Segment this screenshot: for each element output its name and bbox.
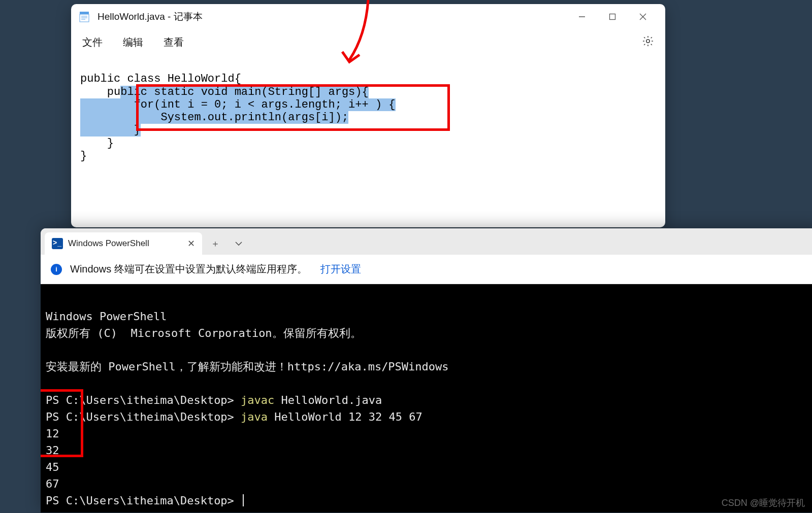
terminal-window: Windows PowerShell ✕ ＋ i Windows 终端可在设置中… <box>41 228 812 512</box>
command: java <box>241 411 268 423</box>
window-controls <box>567 4 658 29</box>
svg-rect-0 <box>80 12 89 14</box>
code-line: public class HelloWorld{ <box>80 73 241 85</box>
output-line: 67 <box>46 477 59 490</box>
terminal-line: 版权所有 (C) Microsoft Corporation。保留所有权利。 <box>46 327 362 339</box>
info-icon: i <box>51 264 62 275</box>
open-settings-link[interactable]: 打开设置 <box>320 262 361 276</box>
tab-close-button[interactable]: ✕ <box>187 238 195 249</box>
new-tab-button[interactable]: ＋ <box>205 232 225 255</box>
code-line: } <box>80 137 114 150</box>
cursor <box>243 494 244 506</box>
info-text: Windows 终端可在设置中设置为默认终端应用程序。 <box>70 262 307 276</box>
code-selection: for(int i = 0; i < args.length; i++ ) { <box>134 98 396 111</box>
settings-button[interactable] <box>642 35 654 49</box>
prompt: PS C:\Users\itheima\Desktop> <box>46 494 241 507</box>
powershell-icon <box>52 238 63 249</box>
terminal-line: Windows PowerShell <box>46 310 167 323</box>
terminal-output[interactable]: Windows PowerShell 版权所有 (C) Microsoft Co… <box>41 284 812 512</box>
gear-icon <box>642 35 654 47</box>
code-selection: blic static void main(String[] args){ <box>120 86 368 98</box>
maximize-icon <box>609 13 616 20</box>
code-selection: System.out.println(args[i]); <box>160 111 348 124</box>
menubar: 文件 编辑 查看 <box>71 29 665 55</box>
chevron-down-icon <box>235 240 242 247</box>
code-selection <box>80 111 160 124</box>
notepad-icon <box>78 11 90 23</box>
titlebar[interactable]: HelloWorld.java - 记事本 <box>71 4 665 29</box>
output-line: 45 <box>46 461 59 473</box>
info-bar: i Windows 终端可在设置中设置为默认终端应用程序。 打开设置 <box>41 255 812 284</box>
command-args: HelloWorld.java <box>274 394 382 406</box>
code-line: } <box>80 150 87 162</box>
watermark: CSDN @睡觉待开机 <box>722 497 805 509</box>
svg-point-9 <box>646 40 649 43</box>
output-line: 12 <box>46 427 59 440</box>
close-icon <box>639 13 646 20</box>
tab-dropdown-button[interactable] <box>229 232 249 255</box>
tab-title: Windows PowerShell <box>68 238 182 249</box>
code-selection: } <box>134 124 141 136</box>
tab-bar: Windows PowerShell ✕ ＋ <box>41 228 812 255</box>
output-line: 32 <box>46 444 59 457</box>
minimize-icon <box>578 13 586 20</box>
menu-file[interactable]: 文件 <box>82 36 103 49</box>
close-button[interactable] <box>628 4 658 29</box>
command-args: HelloWorld 12 32 45 67 <box>268 411 423 423</box>
minimize-button[interactable] <box>567 4 597 29</box>
window-title: HelloWorld.java - 记事本 <box>98 10 567 23</box>
notepad-window: HelloWorld.java - 记事本 文件 编辑 查看 public cl… <box>71 4 665 227</box>
command: javac <box>241 394 274 406</box>
code-selection <box>80 98 134 111</box>
terminal-line: 安装最新的 PowerShell，了解新功能和改进！https://aka.ms… <box>46 360 449 373</box>
text-editor[interactable]: public class HelloWorld{ public static v… <box>71 55 665 193</box>
menu-edit[interactable]: 编辑 <box>123 36 143 49</box>
svg-rect-6 <box>610 14 615 20</box>
prompt: PS C:\Users\itheima\Desktop> <box>46 394 241 406</box>
maximize-button[interactable] <box>597 4 628 29</box>
prompt: PS C:\Users\itheima\Desktop> <box>46 411 241 423</box>
code-selection <box>80 124 134 136</box>
menu-view[interactable]: 查看 <box>164 36 184 49</box>
tab-powershell[interactable]: Windows PowerShell ✕ <box>45 232 202 255</box>
code-line: pu <box>80 86 120 98</box>
